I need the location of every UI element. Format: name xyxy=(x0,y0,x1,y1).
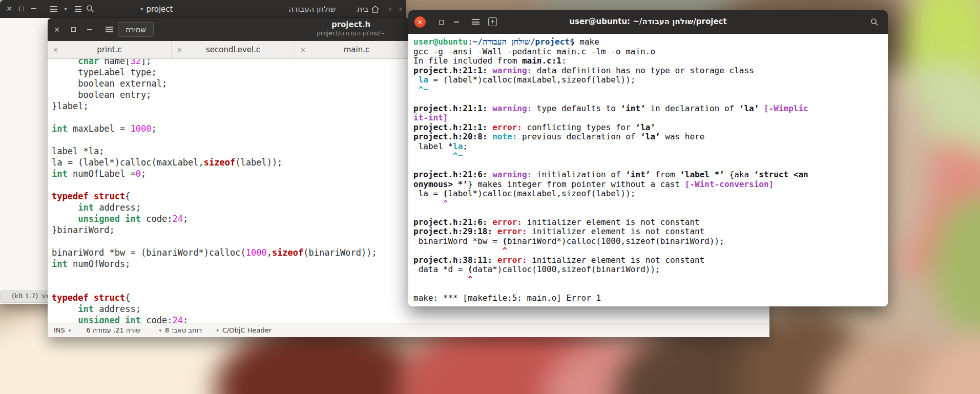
search-icon[interactable] xyxy=(870,18,879,28)
home-icon xyxy=(371,6,379,13)
list-view-icon[interactable] xyxy=(72,3,84,15)
tab-label: print.c xyxy=(97,45,121,54)
minimize-icon[interactable] xyxy=(28,3,40,15)
breadcrumb-current-folder[interactable]: project ▾ xyxy=(136,5,177,14)
menu-icon[interactable] xyxy=(103,24,115,36)
terminal-line: ^~ xyxy=(413,85,883,95)
chevron-down-icon: ▾ xyxy=(216,328,219,333)
close-icon[interactable]: ✕ xyxy=(3,3,15,15)
close-icon[interactable]: ✕ xyxy=(51,24,63,36)
terminal-line: ^ xyxy=(413,246,883,256)
terminal-line: la = (label*)calloc(maxLabel,sizeof(labe… xyxy=(413,75,883,85)
close-icon[interactable]: ✕ xyxy=(300,46,306,54)
close-icon[interactable]: ✕ xyxy=(53,46,58,54)
maximize-icon[interactable] xyxy=(67,24,79,36)
terminal-line xyxy=(413,161,883,171)
editor-tab[interactable]: ✕secondLevel.c xyxy=(171,41,295,58)
terminal-line: it-int] xyxy=(413,113,883,123)
insert-mode-selector[interactable]: INS ▾ xyxy=(54,326,71,334)
terminal-line: project.h:21:6: error: initializer eleme… xyxy=(413,218,883,227)
terminal-line: ^~ xyxy=(413,151,883,161)
editor-tab[interactable]: ✕main.c xyxy=(295,41,418,58)
terminal-line: label *la; xyxy=(413,142,883,152)
terminal-line: ^ xyxy=(413,275,883,284)
chevron-down-icon: ▾ xyxy=(159,328,161,333)
code-line: unsigned int code:24; xyxy=(52,315,769,323)
desktop: ✕ ▾ ‹ › בית שולחן העבודה xyxy=(0,0,980,394)
terminal-line: project.h:21:1: warning: data definition… xyxy=(413,66,883,76)
file-manager-headerbar: ✕ ▾ ‹ › בית שולחן העבודה xyxy=(0,0,406,18)
terminal-line: data *d = (data*)calloc(1000,sizeof(bina… xyxy=(413,265,883,275)
terminal-line xyxy=(413,284,883,294)
terminal-line: gcc -g -ansi -Wall -pedantic main.c -lm … xyxy=(413,47,883,57)
language-selector[interactable]: C/ObjC Header ▾ xyxy=(216,326,272,334)
maximize-icon[interactable] xyxy=(15,3,28,15)
terminal-headerbar: ✕ + user@ubuntu: ~/שולחן העבודה/project xyxy=(408,10,888,34)
document-title: project.h xyxy=(274,20,428,30)
save-button[interactable]: שמירה xyxy=(118,22,154,37)
terminal-line: onymous> *’} makes integer from pointer … xyxy=(413,180,883,190)
editor-title-block: project.h ~/שולחן העבודה/project xyxy=(274,20,428,37)
terminal-line: ^ xyxy=(413,199,883,209)
terminal-line: In file included from main.c:1: xyxy=(413,56,883,66)
search-icon[interactable] xyxy=(84,3,96,15)
terminal-line xyxy=(413,208,883,218)
terminal-output[interactable]: user@ubuntu:~/שולחן העבודה/project$ make… xyxy=(408,34,888,306)
cursor-position: שורה 21, עמודה 6 xyxy=(86,326,140,334)
chevron-down-icon: ▾ xyxy=(140,6,143,12)
terminal-line: project.h:20:8: note: previous declarati… xyxy=(413,132,883,142)
chevron-down-icon: ▾ xyxy=(69,328,71,333)
document-path: ~/שולחן העבודה/project xyxy=(274,30,428,37)
tab-width-selector[interactable]: רוחב טאב: 8 ▾ xyxy=(159,326,202,334)
breadcrumb: ‹ › בית שולחן העבודה project ▾ xyxy=(136,0,402,18)
terminal-line: project.h:29:18: error: initializer elem… xyxy=(413,227,883,237)
breadcrumb-home[interactable]: בית xyxy=(353,5,383,14)
terminal-line: project.h:21:1: error: conflicting types… xyxy=(413,123,883,133)
editor-status-bar: INS ▾ שורה 21, עמודה 6 רוחב טאב: 8 ▾ C/O… xyxy=(48,323,769,337)
terminal-line: project.h:21:1: warning: type defaults t… xyxy=(413,104,883,114)
terminal-line: la = (label*)calloc(maxLabel,sizeof(labe… xyxy=(413,189,883,199)
menu-icon[interactable] xyxy=(47,3,59,15)
editor-tab[interactable]: ✕print.c xyxy=(48,41,171,58)
close-icon[interactable]: ✕ xyxy=(177,46,182,54)
nav-back-icon[interactable]: ‹ xyxy=(388,4,391,14)
nav-forward-icon[interactable]: › xyxy=(399,4,402,14)
breadcrumb-desktop[interactable]: שולחן העבודה xyxy=(284,5,340,14)
tab-label: secondLevel.c xyxy=(206,45,260,54)
terminal-line xyxy=(413,94,883,104)
terminal-line: project.h:38:11: error: initializer elem… xyxy=(413,256,883,265)
terminal-line: binariWord *bw = (binariWord*)calloc(100… xyxy=(413,237,883,246)
chevron-down-icon[interactable]: ▾ xyxy=(59,3,72,15)
terminal-title: user@ubuntu: ~/שולחן העבודה/project xyxy=(408,17,888,26)
terminal-window: ✕ + user@ubuntu: ~/שולחן העבודה/project … xyxy=(408,10,888,306)
tab-label: main.c xyxy=(344,45,370,54)
terminal-line: project.h:21:6: warning: initialization … xyxy=(413,170,883,180)
terminal-line: user@ubuntu:~/שולחן העבודה/project$ make xyxy=(413,37,883,47)
terminal-line: make: *** [makefile:5: main.o] Error 1 xyxy=(413,294,883,303)
minimize-icon[interactable] xyxy=(84,24,96,36)
